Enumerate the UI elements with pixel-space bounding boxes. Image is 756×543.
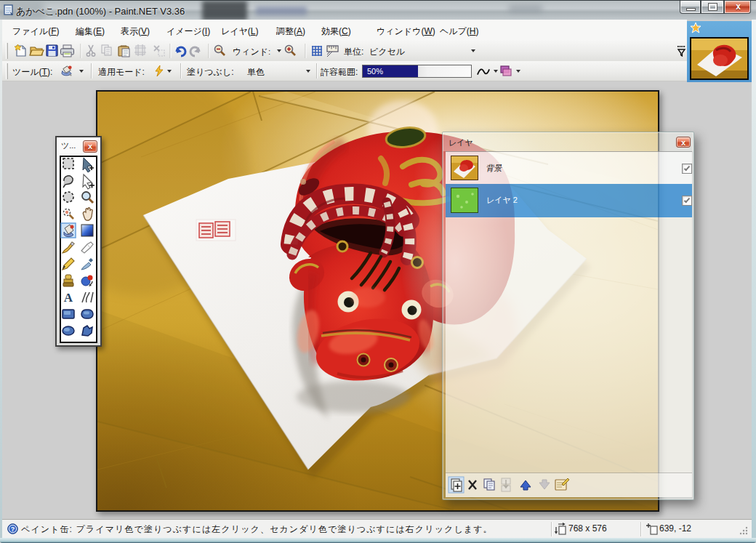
svg-text:A: A <box>64 291 73 305</box>
svg-text:?: ? <box>11 526 15 533</box>
